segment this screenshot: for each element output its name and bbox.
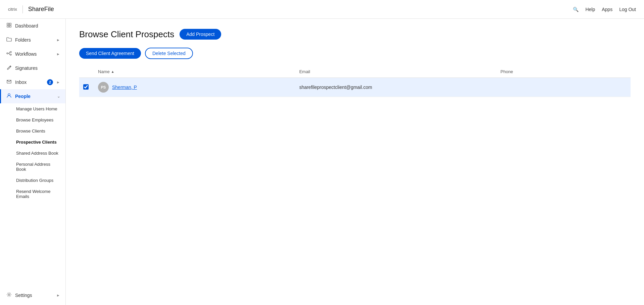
folders-chevron-icon: ► bbox=[56, 38, 60, 42]
table-header-checkbox-col bbox=[79, 66, 94, 78]
name-sort-icon: ▲ bbox=[111, 70, 114, 73]
logo-area: citrix ShareFile bbox=[8, 5, 54, 13]
table-header-phone: Phone bbox=[496, 66, 631, 78]
dashboard-icon bbox=[6, 22, 12, 29]
signatures-icon bbox=[6, 65, 12, 71]
svg-point-4 bbox=[8, 294, 10, 296]
table-header-email: Email bbox=[295, 66, 497, 78]
sidebar-item-settings-label: Settings bbox=[15, 293, 53, 298]
sidebar-item-inbox[interactable]: Inbox 2 ► bbox=[0, 75, 65, 89]
sidebar-item-signatures-label: Signatures bbox=[15, 65, 60, 71]
sidebar-item-manage-users-home[interactable]: Manage Users Home bbox=[0, 103, 65, 114]
sidebar-item-personal-address-book[interactable]: Personal Address Book bbox=[0, 159, 65, 175]
sidebar-item-shared-address-book[interactable]: Shared Address Book bbox=[0, 148, 65, 159]
workflows-icon bbox=[6, 51, 12, 57]
page-title: Browse Client Prospects bbox=[79, 29, 174, 40]
row-checkbox[interactable] bbox=[83, 84, 89, 90]
search-icon[interactable]: 🔍 bbox=[573, 7, 579, 12]
people-sub-nav: Manage Users Home Browse Employees Brows… bbox=[0, 103, 65, 202]
inbox-badge: 2 bbox=[47, 79, 53, 85]
row-phone-cell bbox=[496, 78, 631, 97]
header-actions: 🔍 Help Apps Log Out bbox=[573, 7, 636, 12]
send-client-agreement-button[interactable]: Send Client Agreement bbox=[79, 48, 141, 59]
logo-divider bbox=[22, 5, 23, 13]
sidebar-item-settings[interactable]: Settings ► bbox=[0, 288, 65, 302]
sidebar-item-distribution-groups[interactable]: Distribution Groups bbox=[0, 175, 65, 186]
sidebar-item-people[interactable]: People ⌄ bbox=[0, 89, 65, 103]
top-header: citrix ShareFile 🔍 Help Apps Log Out bbox=[0, 0, 644, 19]
add-prospect-button[interactable]: Add Prospect bbox=[180, 29, 221, 40]
sidebar-item-inbox-label: Inbox bbox=[15, 80, 44, 85]
sidebar-item-browse-clients[interactable]: Browse Clients bbox=[0, 125, 65, 137]
action-bar: Send Client Agreement Delete Selected bbox=[79, 48, 631, 59]
sidebar-item-people-label: People bbox=[15, 94, 54, 99]
people-chevron-icon: ⌄ bbox=[57, 94, 60, 99]
page-header: Browse Client Prospects Add Prospect bbox=[79, 29, 631, 40]
svg-point-3 bbox=[8, 94, 10, 96]
people-icon bbox=[6, 93, 12, 100]
sidebar-item-dashboard[interactable]: Dashboard bbox=[0, 19, 65, 33]
delete-selected-button[interactable]: Delete Selected bbox=[145, 48, 193, 59]
svg-point-2 bbox=[10, 54, 11, 55]
avatar: PS bbox=[98, 82, 109, 93]
inbox-chevron-icon: ► bbox=[56, 80, 60, 84]
sidebar-item-folders[interactable]: Folders ► bbox=[0, 33, 65, 47]
inbox-icon bbox=[6, 79, 12, 86]
row-checkbox-cell bbox=[79, 78, 94, 97]
row-email-cell: sharefileprospectclient@gmail.com bbox=[295, 78, 497, 97]
sidebar-item-resend-welcome-emails[interactable]: Resend Welcome Emails bbox=[0, 186, 65, 202]
sidebar-item-prospective-clients[interactable]: Prospective Clients bbox=[0, 137, 65, 148]
table-body: PS Sherman, P sharefileprospectclient@gm… bbox=[79, 78, 631, 97]
sidebar-item-browse-employees[interactable]: Browse Employees bbox=[0, 114, 65, 125]
table-header-name[interactable]: Name ▲ bbox=[94, 66, 295, 78]
help-link[interactable]: Help bbox=[585, 7, 595, 12]
table-header: Name ▲ Email Phone bbox=[79, 66, 631, 78]
row-name-cell: PS Sherman, P bbox=[94, 78, 295, 97]
logout-link[interactable]: Log Out bbox=[619, 7, 636, 12]
sharefile-logo: ShareFile bbox=[28, 6, 54, 13]
settings-chevron-icon: ► bbox=[56, 293, 60, 297]
sidebar-item-signatures[interactable]: Signatures bbox=[0, 61, 65, 75]
folders-icon bbox=[6, 37, 12, 43]
sidebar-item-folders-label: Folders bbox=[15, 37, 53, 43]
sidebar-item-workflows-label: Workflows bbox=[15, 51, 53, 57]
sidebar-item-dashboard-label: Dashboard bbox=[15, 23, 60, 29]
row-name-link[interactable]: Sherman, P bbox=[112, 85, 137, 90]
prospects-table: Name ▲ Email Phone bbox=[79, 66, 631, 97]
table-row: PS Sherman, P sharefileprospectclient@gm… bbox=[79, 78, 631, 97]
sidebar-item-workflows[interactable]: Workflows ► bbox=[0, 47, 65, 61]
citrix-logo: citrix bbox=[8, 7, 17, 12]
svg-point-0 bbox=[7, 53, 8, 54]
apps-link[interactable]: Apps bbox=[602, 7, 612, 12]
sidebar: Dashboard Folders ► Workflows ► Signatur… bbox=[0, 19, 66, 305]
app-body: Dashboard Folders ► Workflows ► Signatur… bbox=[0, 19, 644, 305]
settings-icon bbox=[6, 292, 12, 299]
svg-point-1 bbox=[10, 51, 11, 53]
main-content: Browse Client Prospects Add Prospect Sen… bbox=[66, 19, 644, 305]
workflows-chevron-icon: ► bbox=[56, 52, 60, 56]
